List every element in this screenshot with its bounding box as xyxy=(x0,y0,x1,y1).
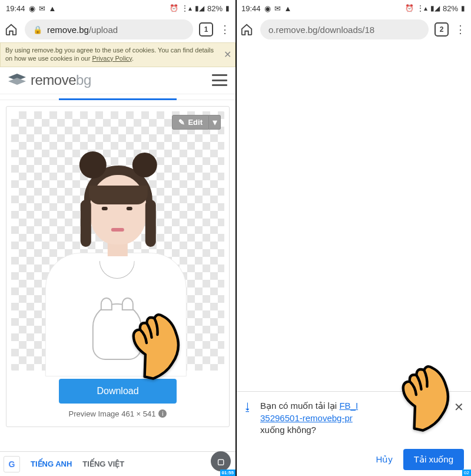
url-bar[interactable]: 🔒 remove.bg/upload xyxy=(25,19,193,39)
status-bar: 19:44 ◉ ✉ ▲ ⏰ ⋮▴ ▮◢ 82% ▮ xyxy=(236,0,471,16)
url-text: o.remove.bg/downloads/18 xyxy=(268,25,374,35)
timestamp-tag: 02 xyxy=(462,470,471,476)
record-icon: ◉ xyxy=(29,4,35,13)
status-time: 19:44 xyxy=(6,4,25,13)
filename-link[interactable]: 35296501-removebg-pr xyxy=(260,413,353,423)
hamburger-icon[interactable] xyxy=(212,74,227,86)
prompt-text: Bạn có muốn tải lại FB_I 35296501-remove… xyxy=(260,400,464,436)
wifi-icon: ⋮▴ xyxy=(181,4,192,12)
more-icon[interactable]: ⋮ xyxy=(455,23,466,36)
download-button[interactable]: Download xyxy=(59,379,177,404)
timestamp-tag: 01:55 xyxy=(220,470,236,476)
signal-icon: ▮◢ xyxy=(195,4,204,12)
browser-bar: 🔒 remove.bg/upload 1 ⋮ xyxy=(0,16,236,42)
url-bar[interactable]: o.remove.bg/downloads/18 xyxy=(260,19,429,39)
download-icon: ⭳ xyxy=(243,401,253,436)
battery-pct: 82% xyxy=(207,4,223,13)
accessibility-fab[interactable]: ▢ xyxy=(211,451,231,471)
record-icon: ◉ xyxy=(264,4,271,13)
info-icon[interactable]: i xyxy=(158,409,167,418)
close-icon[interactable]: ✕ xyxy=(454,400,464,414)
signal-icon: ▮◢ xyxy=(430,4,440,12)
cookie-text: By using remove.bg you agree to the use … xyxy=(5,47,214,62)
url-host: remove.bg xyxy=(47,25,89,35)
home-icon[interactable] xyxy=(239,22,254,37)
privacy-link[interactable]: Privacy Policy xyxy=(92,55,132,62)
left-pane: 19:44 ◉ ✉ ▲ ⏰ ⋮▴ ▮◢ 82% ▮ 🔒 remove.bg/up… xyxy=(0,0,236,476)
result-image: ✎ Edit ▾ xyxy=(11,111,224,371)
filename-link[interactable]: FB_I xyxy=(339,401,358,411)
warning-icon: ▲ xyxy=(284,4,292,13)
url-path: /upload xyxy=(89,25,118,35)
home-icon[interactable] xyxy=(4,22,19,37)
result-card: ✎ Edit ▾ xyxy=(6,106,230,427)
svg-marker-1 xyxy=(8,78,26,85)
warning-icon: ▲ xyxy=(49,4,57,13)
lang-vietnamese[interactable]: TIẾNG VIỆT xyxy=(82,460,124,468)
tab-count[interactable]: 1 xyxy=(199,22,213,37)
right-pane: 19:44 ◉ ✉ ▲ ⏰ ⋮▴ ▮◢ 82% ▮ o.remove.bg/do… xyxy=(236,0,471,476)
google-translate-icon[interactable]: G xyxy=(4,456,20,472)
stack-icon xyxy=(8,74,26,87)
download-prompt: ⭳ Bạn có muốn tải lại FB_I 35296501-remo… xyxy=(236,391,471,476)
edit-dropdown[interactable]: ▾ xyxy=(209,115,221,130)
lock-icon: 🔒 xyxy=(33,25,42,34)
cookie-banner: By using remove.bg you agree to the use … xyxy=(0,42,236,67)
preview-dimensions: Preview Image 461 × 541 i xyxy=(69,409,167,418)
wand-icon: ✎ xyxy=(178,118,185,127)
alarm-icon: ⏰ xyxy=(170,4,178,12)
edit-button[interactable]: ✎ Edit xyxy=(172,115,209,130)
message-icon: ✉ xyxy=(274,4,281,13)
status-time: 19:44 xyxy=(241,4,261,13)
more-icon[interactable]: ⋮ xyxy=(219,23,231,36)
message-icon: ✉ xyxy=(39,4,45,13)
battery-icon: ▮ xyxy=(461,4,465,12)
cutout-person xyxy=(38,129,191,371)
wifi-icon: ⋮▴ xyxy=(417,4,427,12)
battery-pct: 82% xyxy=(443,4,458,13)
close-icon[interactable]: ✕ xyxy=(224,49,231,61)
alarm-icon: ⏰ xyxy=(405,4,414,12)
result-tabs[interactable] xyxy=(0,94,236,100)
battery-icon: ▮ xyxy=(225,4,230,12)
lang-english[interactable]: TIẾNG ANH xyxy=(31,460,72,468)
download-confirm-button[interactable]: Tải xuống xyxy=(403,449,464,470)
tab-count[interactable]: 2 xyxy=(434,22,449,37)
translate-bar: G TIẾNG ANH TIẾNG VIỆT ▢ 01:55 xyxy=(0,451,236,476)
browser-bar: o.remove.bg/downloads/18 2 ⋮ xyxy=(236,16,471,42)
status-bar: 19:44 ◉ ✉ ▲ ⏰ ⋮▴ ▮◢ 82% ▮ xyxy=(0,0,236,16)
brand-logo[interactable]: removebg xyxy=(8,72,91,88)
brand-header: removebg xyxy=(0,67,236,94)
cancel-button[interactable]: Hủy xyxy=(376,454,392,465)
